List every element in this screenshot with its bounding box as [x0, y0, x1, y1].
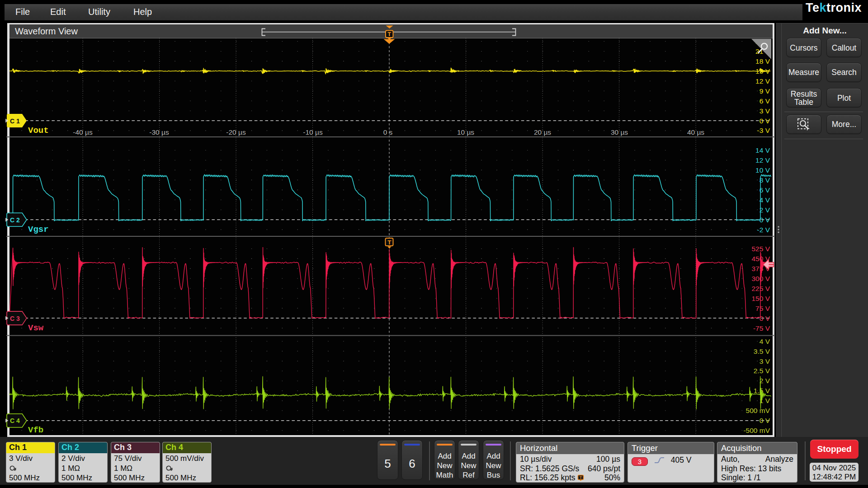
svg-text:18 V: 18 V [755, 57, 770, 65]
svg-text:-40 µs: -40 µs [73, 128, 93, 136]
svg-text:3 V: 3 V [760, 357, 770, 365]
svg-text:14 V: 14 V [755, 146, 770, 154]
svg-text:-3 V: -3 V [757, 127, 770, 134]
svg-text:10 V: 10 V [755, 166, 770, 174]
svg-text:C 1: C 1 [10, 117, 20, 125]
svg-text:10 µs: 10 µs [457, 128, 474, 136]
svg-text:C 2: C 2 [10, 216, 20, 224]
svg-text:30 µs: 30 µs [611, 128, 628, 136]
svg-text:-30 µs: -30 µs [149, 128, 169, 136]
svg-text:-500 mV: -500 mV [743, 427, 770, 434]
svg-text:0 s: 0 s [383, 128, 393, 136]
svg-text:-10 µs: -10 µs [303, 128, 323, 136]
svg-text:6 V: 6 V [760, 186, 770, 194]
svg-text:0 V: 0 V [760, 314, 770, 322]
svg-text:2.5 V: 2.5 V [754, 367, 770, 375]
svg-text:20 µs: 20 µs [534, 128, 551, 136]
svg-text:12 V: 12 V [755, 156, 770, 164]
svg-text:4 V: 4 V [760, 338, 770, 345]
svg-text:525 V: 525 V [751, 245, 770, 253]
svg-text:C 3: C 3 [10, 315, 20, 322]
svg-text:Vgsr: Vgsr [28, 225, 49, 235]
svg-text:0 V: 0 V [760, 417, 770, 424]
svg-text:9 V: 9 V [760, 87, 770, 95]
svg-text:500 mV: 500 mV [746, 407, 770, 414]
svg-text:3 V: 3 V [760, 107, 770, 115]
svg-text:Vsw: Vsw [28, 323, 44, 333]
svg-text:2 V: 2 V [760, 377, 770, 385]
svg-text:C 4: C 4 [10, 417, 20, 424]
svg-text:2 V: 2 V [760, 206, 770, 214]
svg-text:225 V: 225 V [751, 285, 770, 292]
svg-text:8 V: 8 V [760, 176, 770, 184]
svg-text:6 V: 6 V [760, 97, 770, 105]
svg-text:12 V: 12 V [755, 77, 770, 85]
svg-text:40 µs: 40 µs [687, 128, 704, 136]
svg-text:Vfb: Vfb [28, 425, 43, 435]
svg-text:-20 µs: -20 µs [226, 128, 246, 136]
svg-text:75 V: 75 V [755, 305, 770, 312]
svg-text:0 V: 0 V [760, 216, 770, 224]
svg-text:-75 V: -75 V [753, 324, 770, 332]
svg-text:4 V: 4 V [760, 196, 770, 204]
svg-text:T: T [387, 31, 391, 38]
svg-text:Vout: Vout [28, 126, 49, 136]
svg-text:T: T [580, 475, 582, 480]
svg-text:-2 V: -2 V [757, 226, 770, 234]
svg-text:150 V: 150 V [751, 295, 770, 302]
svg-text:0 V: 0 V [760, 117, 770, 125]
svg-text:T: T [387, 239, 392, 246]
svg-text:3.5 V: 3.5 V [754, 347, 770, 355]
